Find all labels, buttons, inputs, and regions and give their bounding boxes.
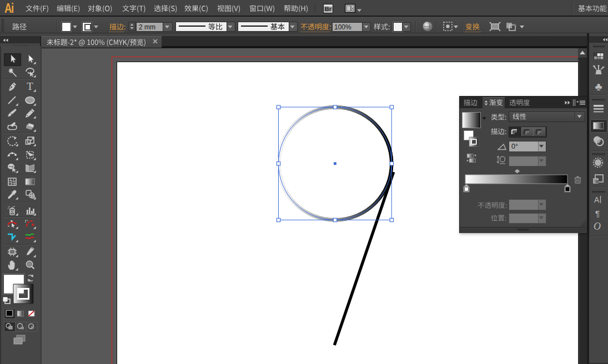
svg-text:♣: ♣ (595, 81, 602, 92)
svg-text:¶: ¶ (595, 208, 600, 218)
svg-text:T: T (27, 81, 33, 92)
svg-text:O: O (594, 221, 601, 232)
svg-text:A: A (594, 195, 600, 204)
